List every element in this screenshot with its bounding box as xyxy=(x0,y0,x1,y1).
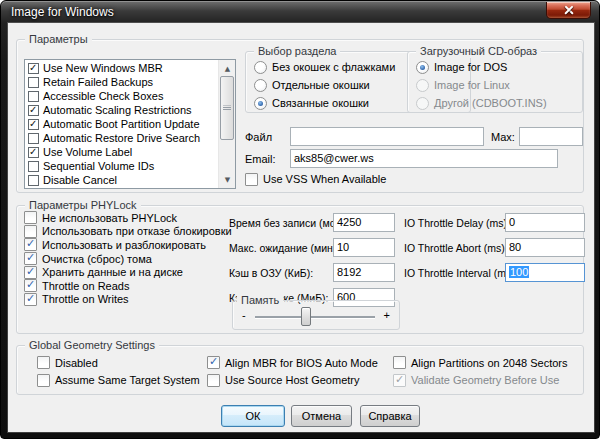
group-memory: Память - + xyxy=(232,300,400,330)
text-input[interactable]: 0 xyxy=(505,213,585,232)
radio-item[interactable]: Image for DOS xyxy=(408,58,582,76)
ok-button[interactable]: ОК xyxy=(221,405,285,427)
radio-button-icon xyxy=(416,97,429,110)
email-input[interactable]: aks85@cwer.ws xyxy=(290,149,558,168)
checkbox-label: Align Partitions on 2048 Sectors xyxy=(411,357,568,369)
list-item[interactable]: ✓Automatic Boot Partition Update xyxy=(27,117,217,131)
checkbox-box-icon: ✓ xyxy=(28,105,39,116)
group-partition-label: Выбор раздела xyxy=(254,45,340,58)
checkbox-label: Automatic Restore Drive Search xyxy=(43,132,200,144)
field-row: IO Throttle Delay (ms)0 xyxy=(404,213,586,232)
list-item[interactable]: Disable Cancel xyxy=(27,173,217,187)
vss-checkbox-label: Use VSS When Available xyxy=(263,173,386,185)
field-label: IO Throttle Delay (ms) xyxy=(404,217,507,229)
text-input[interactable]: 10 xyxy=(333,238,395,257)
scrollbar-thumb[interactable] xyxy=(220,76,234,140)
radio-button-icon xyxy=(254,97,267,110)
checkbox-label: Не использовать PHYLock xyxy=(42,212,177,224)
memory-slider-thumb[interactable] xyxy=(301,307,311,326)
checkmark-icon: ✓ xyxy=(29,62,37,74)
radio-label: Image for DOS xyxy=(434,61,507,73)
checkbox-item[interactable]: Use Source Host Geometry xyxy=(207,372,378,390)
checkbox-item[interactable]: Использовать при отказе блокировки xyxy=(24,225,232,239)
text-input[interactable]: 4250 xyxy=(333,213,395,232)
checkmark-icon: ✓ xyxy=(26,278,35,291)
text-input[interactable]: 80 xyxy=(505,238,585,257)
checkbox-item[interactable]: Disabled xyxy=(37,354,200,372)
list-item[interactable]: ✓Automatic Scaling Restrictions xyxy=(27,103,217,117)
checkbox-box-icon: ✓ xyxy=(24,266,37,279)
checkbox-label: Disable Cancel xyxy=(43,174,117,186)
list-item[interactable]: Sequential Volume IDs xyxy=(27,159,217,173)
window-title: Image for Windows xyxy=(11,5,114,19)
options-listbox[interactable]: ✓Use New Windows MBRRetain Failed Backup… xyxy=(24,59,236,189)
checkbox-box-icon xyxy=(24,225,37,238)
checkbox-box-icon xyxy=(24,211,37,224)
checkbox-box-icon xyxy=(28,161,39,172)
cd-radio-group: Image for DOSImage for LinuxДругой (CDBO… xyxy=(408,58,582,112)
group-geometry-label: Global Geometry Settings xyxy=(25,339,159,352)
checkbox-box-icon: ✓ xyxy=(24,279,37,292)
list-item[interactable]: Retain Failed Backups xyxy=(27,75,217,89)
checkbox-box-icon: ✓ xyxy=(24,238,37,251)
field-row: IO Throttle Abort (ms)80 xyxy=(404,238,586,257)
checkbox-item[interactable]: ✓Throttle on Writes xyxy=(24,293,232,307)
checkbox-label: Align MBR for BIOS Auto Mode xyxy=(225,357,378,369)
field-label: Время без записи (мс): xyxy=(229,217,341,229)
list-item[interactable]: ✓Use New Windows MBR xyxy=(27,61,217,75)
max-input[interactable] xyxy=(519,127,583,146)
scroll-up-icon[interactable]: ▲ xyxy=(219,61,236,76)
close-button[interactable] xyxy=(546,2,591,19)
memory-slider-track[interactable] xyxy=(255,316,375,318)
options-list: ✓Use New Windows MBRRetain Failed Backup… xyxy=(27,61,217,188)
scroll-down-icon[interactable]: ▼ xyxy=(219,172,236,187)
checkbox-item[interactable]: ✓Использовать и разблокировать xyxy=(24,238,232,252)
checkbox-label: Использовать при отказе блокировки xyxy=(42,225,232,237)
radio-button-icon xyxy=(254,61,267,74)
selected-text: 100 xyxy=(509,266,529,278)
checkbox-item[interactable]: ✓Хранить данные и на диске xyxy=(24,265,232,279)
listbox-scrollbar[interactable]: ▲ ▼ xyxy=(218,60,235,188)
memory-plus-label: + xyxy=(384,309,390,321)
list-item[interactable]: ✓Use Volume Label xyxy=(27,145,217,159)
checkbox-label: Use Source Host Geometry xyxy=(225,374,360,386)
group-phylock: Параметры PHYLock Не использовать PHYLoc… xyxy=(16,205,584,334)
checkbox-label: Очистка (сброс) тома xyxy=(42,253,152,265)
dialog-window: Image for Windows Параметры ✓Use New Win… xyxy=(0,0,600,439)
checkbox-item[interactable]: ✓Throttle on Reads xyxy=(24,279,232,293)
list-item[interactable]: Disable Popup Status xyxy=(27,187,217,188)
field-row: Время без записи (мс):4250 xyxy=(229,213,409,232)
cancel-button[interactable]: Отмена xyxy=(291,405,352,427)
text-input[interactable]: 8192 xyxy=(333,263,395,282)
checkbox-label: Использовать и разблокировать xyxy=(42,239,206,251)
checkbox-item[interactable]: ✓Очистка (сброс) тома xyxy=(24,252,232,266)
file-input[interactable] xyxy=(290,127,484,146)
field-value: 0 xyxy=(509,216,515,228)
checkbox-label: Sequential Volume IDs xyxy=(43,160,154,172)
checkbox-box-icon xyxy=(28,91,39,102)
checkbox-box-icon: ✓ xyxy=(28,63,39,74)
checkbox-item[interactable]: ✓Align MBR for BIOS Auto Mode xyxy=(207,354,378,372)
field-row: IO Throttle Interval (ms)100 xyxy=(404,263,586,282)
field-value: 10 xyxy=(337,241,349,253)
checkbox-item: ✓Validate Geometry Before Use xyxy=(393,372,568,390)
checkbox-box-icon: ✓ xyxy=(393,374,406,387)
list-item[interactable]: Accessible Check Boxes xyxy=(27,89,217,103)
text-input[interactable]: 100 xyxy=(505,263,585,282)
help-button[interactable]: Справка xyxy=(360,405,420,427)
memory-minus-label: - xyxy=(242,309,246,321)
radio-item: Другой (CDBOOT.INS) xyxy=(408,94,582,112)
titlebar[interactable]: Image for Windows xyxy=(1,1,599,23)
geometry-column-2: ✓Align MBR for BIOS Auto ModeUse Source … xyxy=(207,354,378,389)
field-label: Кэш в ОЗУ (КиБ): xyxy=(229,267,313,279)
checkbox-item[interactable]: Не использовать PHYLock xyxy=(24,211,232,225)
checkbox-item[interactable]: Align Partitions on 2048 Sectors xyxy=(393,354,568,372)
checkbox-item[interactable]: Assume Same Target System xyxy=(37,372,200,390)
geometry-column-1: DisabledAssume Same Target System xyxy=(37,354,200,389)
radio-button-icon xyxy=(254,79,267,92)
list-item[interactable]: Automatic Restore Drive Search xyxy=(27,131,217,145)
checkbox-label: Disabled xyxy=(55,357,98,369)
checkbox-label: Хранить данные и на диске xyxy=(42,266,183,278)
geometry-column-3: Align Partitions on 2048 Sectors✓Validat… xyxy=(393,354,568,389)
vss-checkbox[interactable]: Use VSS When Available xyxy=(245,171,386,187)
